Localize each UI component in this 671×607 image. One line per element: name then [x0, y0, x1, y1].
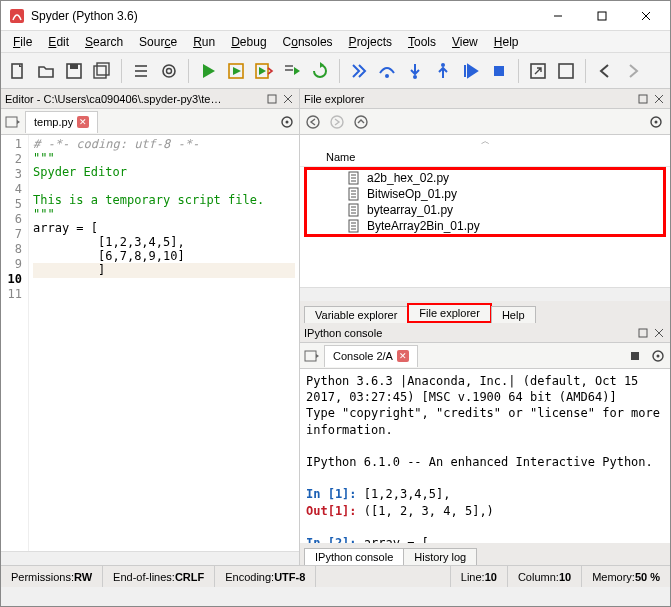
svg-rect-60 — [305, 351, 316, 361]
menu-edit[interactable]: Edit — [40, 33, 77, 51]
outline-icon[interactable] — [128, 58, 154, 84]
code-body[interactable]: # -*- coding: utf-8 -*-"""Spyder EditorT… — [29, 135, 299, 551]
stop-debug-icon[interactable] — [486, 58, 512, 84]
pop-out-icon[interactable] — [636, 92, 650, 106]
editor-hscroll[interactable] — [1, 551, 299, 565]
window-titlebar: Spyder (Python 3.6) — [1, 1, 670, 31]
debug-icon[interactable] — [346, 58, 372, 84]
svg-point-19 — [385, 74, 389, 78]
gear-icon[interactable] — [650, 348, 666, 364]
svg-rect-24 — [494, 66, 504, 76]
svg-point-13 — [163, 65, 175, 77]
gear-icon[interactable] — [648, 114, 664, 130]
code-editor[interactable]: 1234567891011 # -*- coding: utf-8 -*-"""… — [1, 135, 299, 551]
pop-out-icon[interactable] — [636, 326, 650, 340]
close-pane-icon[interactable] — [652, 326, 666, 340]
svg-point-21 — [413, 75, 417, 79]
status-permissions: Permissions: RW — [1, 566, 103, 587]
run-icon[interactable] — [195, 58, 221, 84]
maximize-pane-icon[interactable] — [525, 58, 551, 84]
back-icon[interactable] — [592, 58, 618, 84]
file-name: ByteArray2Bin_01.py — [367, 219, 480, 233]
svg-point-63 — [657, 354, 660, 357]
new-file-icon[interactable] — [5, 58, 31, 84]
close-button[interactable] — [624, 2, 668, 30]
minimize-button[interactable] — [536, 2, 580, 30]
file-explorer-title-text: File explorer — [304, 93, 634, 105]
console-tab[interactable]: Console 2/A ✕ — [324, 345, 418, 367]
file-name: bytearray_01.py — [367, 203, 453, 217]
editor-tab-row: temp.py ✕ — [1, 109, 299, 135]
ipython-title-text: IPython console — [304, 327, 634, 339]
tab-list-icon[interactable] — [5, 115, 21, 129]
gear-icon[interactable] — [279, 114, 295, 130]
file-explorer-pane-title: File explorer — [300, 89, 670, 109]
file-item[interactable]: bytearray_01.py — [307, 202, 663, 218]
close-pane-icon[interactable] — [652, 92, 666, 106]
file-name: BitwiseOp_01.py — [367, 187, 457, 201]
file-item[interactable]: a2b_hex_02.py — [307, 170, 663, 186]
menu-tools[interactable]: Tools — [400, 33, 444, 51]
svg-rect-9 — [97, 63, 109, 75]
file-explorer-hscroll[interactable] — [300, 287, 670, 301]
tab-help[interactable]: Help — [491, 306, 536, 323]
status-memory: Memory: 50 % — [582, 566, 670, 587]
menu-search[interactable]: Search — [77, 33, 131, 51]
editor-title-text: Editor - C:\Users\ca090406\.spyder-py3\t… — [5, 93, 263, 105]
maximize-button[interactable] — [580, 2, 624, 30]
editor-tab[interactable]: temp.py ✕ — [25, 111, 98, 133]
stop-kernel-icon[interactable] — [628, 349, 642, 363]
svg-point-23 — [441, 63, 445, 67]
pop-out-icon[interactable] — [265, 92, 279, 106]
ipython-tab-row: Console 2/A ✕ — [300, 343, 670, 369]
file-item[interactable]: BitwiseOp_01.py — [307, 186, 663, 202]
tab-close-icon[interactable]: ✕ — [77, 116, 89, 128]
save-icon[interactable] — [61, 58, 87, 84]
open-file-icon[interactable] — [33, 58, 59, 84]
save-all-icon[interactable] — [89, 58, 115, 84]
svg-rect-61 — [631, 352, 639, 360]
at-icon[interactable] — [156, 58, 182, 84]
menu-run[interactable]: Run — [185, 33, 223, 51]
step-out-icon[interactable] — [430, 58, 456, 84]
tab-history-log[interactable]: History log — [403, 548, 477, 565]
file-icon — [347, 219, 361, 233]
tab-ipython-console[interactable]: IPython console — [304, 548, 404, 565]
rerun-icon[interactable] — [307, 58, 333, 84]
tab-file-explorer[interactable]: File explorer — [407, 303, 492, 323]
continue-icon[interactable] — [458, 58, 484, 84]
menu-file[interactable]: File — [5, 33, 40, 51]
menu-view[interactable]: View — [444, 33, 486, 51]
step-into-icon[interactable] — [402, 58, 428, 84]
menu-source[interactable]: Source — [131, 33, 185, 51]
run-cell-icon[interactable] — [223, 58, 249, 84]
nav-up-icon[interactable] — [354, 115, 368, 129]
run-selection-icon[interactable] — [279, 58, 305, 84]
file-icon — [347, 171, 361, 185]
menu-projects[interactable]: Projects — [341, 33, 400, 51]
menu-debug[interactable]: Debug — [223, 33, 274, 51]
run-cell-advance-icon[interactable] — [251, 58, 277, 84]
tab-list-icon[interactable] — [304, 349, 320, 363]
nav-forward-icon[interactable] — [330, 115, 344, 129]
svg-rect-26 — [559, 64, 573, 78]
file-item[interactable]: ByteArray2Bin_01.py — [307, 218, 663, 234]
forward-icon[interactable] — [620, 58, 646, 84]
tab-close-icon[interactable]: ✕ — [397, 350, 409, 362]
nav-back-icon[interactable] — [306, 115, 320, 129]
right-tabs-row: Variable explorer File explorer Help — [300, 301, 670, 323]
file-explorer-header[interactable]: Name — [300, 148, 670, 167]
close-pane-icon[interactable] — [281, 92, 295, 106]
tab-variable-explorer[interactable]: Variable explorer — [304, 306, 408, 323]
svg-rect-7 — [70, 64, 78, 69]
window-title: Spyder (Python 3.6) — [31, 9, 536, 23]
ipython-console-body[interactable]: Python 3.6.3 |Anaconda, Inc.| (default, … — [300, 369, 670, 543]
svg-point-32 — [286, 120, 289, 123]
svg-rect-27 — [268, 95, 276, 103]
menu-help[interactable]: Help — [486, 33, 527, 51]
file-icon — [347, 187, 361, 201]
file-explorer-nav — [300, 109, 670, 135]
fullscreen-icon[interactable] — [553, 58, 579, 84]
menu-consoles[interactable]: Consoles — [275, 33, 341, 51]
step-over-icon[interactable] — [374, 58, 400, 84]
